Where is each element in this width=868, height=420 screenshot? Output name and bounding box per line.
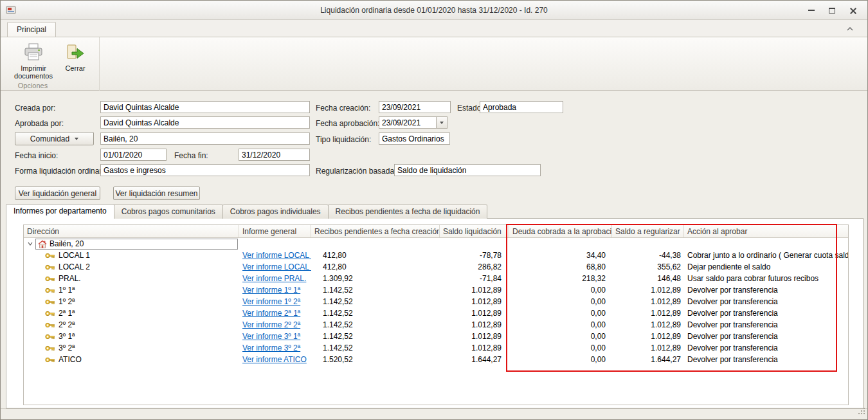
table-row[interactable]: 3º 1ª Ver informe 3º 1ª 1.142,52 1.012,8… xyxy=(24,331,848,342)
expand-chevron-icon[interactable] xyxy=(27,241,33,247)
table-row[interactable]: 2º 2ª Ver informe 2º 2ª 1.142,52 1.012,8… xyxy=(24,319,848,331)
chevron-down-icon xyxy=(75,138,78,140)
ver-informe-link[interactable]: Ver informe LOCAL 1 xyxy=(242,251,311,260)
ver-informe-link[interactable]: Ver informe PRAL. xyxy=(242,274,306,283)
department-label: 3º 1ª xyxy=(59,331,75,342)
column-header-accion-aprobar[interactable]: Acción al aprobar xyxy=(684,225,848,237)
table-row[interactable]: ATICO Ver informe ATICO 1.520,52 1.644,2… xyxy=(24,354,848,365)
department-label: 2º 2ª xyxy=(59,319,75,331)
comunidad-button[interactable]: Comunidad xyxy=(15,132,94,145)
table-row[interactable]: 2ª 1ª Ver informe 2ª 1ª 1.142,52 1.012,8… xyxy=(24,307,848,319)
recibos-pendientes-value: 1.309,92 xyxy=(311,273,440,284)
accion-aprobar-value: Devolver por transferencia xyxy=(684,331,848,342)
tipo-liquidacion-field[interactable] xyxy=(379,132,450,145)
saldo-liquidacion-value: 1.012,89 xyxy=(440,342,509,354)
fecha-inicio-field[interactable] xyxy=(100,149,167,161)
deuda-cobrada-value: 34,40 xyxy=(509,250,612,261)
creada-por-label: Creada por: xyxy=(15,104,55,113)
tab-cobros-pagos-comunitarios[interactable]: Cobros pagos comunitarios xyxy=(114,205,223,219)
ver-informe-link[interactable]: Ver informe ATICO xyxy=(242,355,307,364)
table-row[interactable]: PRAL. Ver informe PRAL. 1.309,92 -71,84 … xyxy=(24,273,848,284)
ribbon-group-label: Opciones xyxy=(3,82,62,89)
table-row[interactable]: 3º 2ª Ver informe 3º 2ª 1.142,52 1.012,8… xyxy=(24,342,848,354)
ver-informe-link[interactable]: Ver informe 2º 2ª xyxy=(242,320,300,329)
forma-liquidacion-field[interactable] xyxy=(100,164,310,176)
saldo-liquidacion-value: 1.012,89 xyxy=(440,296,509,307)
aprobada-por-label: Aprobada por: xyxy=(15,119,64,128)
saldo-regularizar-value: 1.644,27 xyxy=(612,354,684,365)
ver-informe-link[interactable]: Ver informe 1º 2ª xyxy=(242,297,300,306)
column-header-informe-general[interactable]: Informe general xyxy=(239,225,311,237)
column-header-saldo-liquidacion[interactable]: Saldo liquidación xyxy=(440,225,509,237)
cerrar-button[interactable]: Cerrar xyxy=(60,40,91,74)
saldo-regularizar-value: 1.012,89 xyxy=(612,307,684,319)
group-row-bailen[interactable]: Bailén, 20 xyxy=(24,238,848,250)
table-row[interactable]: LOCAL 1 Ver informe LOCAL 1 412,80 -78,7… xyxy=(24,250,848,261)
ver-informe-link[interactable]: Ver informe LOCAL 2 xyxy=(242,262,311,271)
deuda-cobrada-value: 0,00 xyxy=(509,342,612,354)
recibos-pendientes-value: 1.142,52 xyxy=(311,331,440,342)
deuda-cobrada-value: 0,00 xyxy=(509,307,612,319)
ver-informe-link[interactable]: Ver informe 2ª 1ª xyxy=(242,309,300,318)
recibos-pendientes-value: 412,80 xyxy=(311,250,440,261)
restore-button[interactable] xyxy=(824,5,840,16)
fecha-fin-field[interactable] xyxy=(239,149,310,161)
fecha-aprobacion-field[interactable] xyxy=(379,116,437,129)
table-row[interactable]: 1º 1ª Ver informe 1º 1ª 1.142,52 1.012,8… xyxy=(24,284,848,296)
column-header-saldo-regularizar[interactable]: Saldo a regularizar xyxy=(612,225,684,237)
key-icon xyxy=(45,288,55,293)
ver-informe-link[interactable]: Ver informe 3º 2ª xyxy=(242,343,300,352)
resize-grip[interactable] xyxy=(858,406,866,418)
key-icon xyxy=(45,253,55,259)
key-icon xyxy=(45,357,55,363)
departments-table: Dirección Informe general Recibos pendie… xyxy=(23,224,849,405)
ver-liquidacion-general-button[interactable]: Ver liquidación general xyxy=(15,187,100,200)
deuda-cobrada-value: 218,32 xyxy=(509,273,612,284)
fecha-inicio-label: Fecha inicio: xyxy=(15,151,58,160)
saldo-liquidacion-value: 1.012,89 xyxy=(440,331,509,342)
recibos-pendientes-value: 412,80 xyxy=(311,261,440,273)
chevron-up-icon xyxy=(846,26,854,32)
recibos-pendientes-value: 1.142,52 xyxy=(311,319,440,331)
saldo-regularizar-value: 1.012,89 xyxy=(612,284,684,296)
tab-cobros-pagos-individuales[interactable]: Cobros pagos individuales xyxy=(222,205,329,219)
table-row[interactable]: 1º 2ª Ver informe 1º 2ª 1.142,52 1.012,8… xyxy=(24,296,848,307)
regularizacion-field[interactable] xyxy=(394,164,541,176)
key-icon xyxy=(45,264,55,270)
ribbon-group-opciones: Imprimir documentos Cerrar Opciones xyxy=(3,37,100,91)
table-row[interactable]: LOCAL 2 Ver informe LOCAL 2 412,80 286,8… xyxy=(24,261,848,273)
close-button[interactable] xyxy=(844,5,861,16)
tab-recibos-pendientes[interactable]: Recibos pendientes a fecha de liquidació… xyxy=(328,205,488,219)
department-label: ATICO xyxy=(59,354,82,365)
saldo-regularizar-value: -44,38 xyxy=(612,250,684,261)
minimize-button[interactable] xyxy=(803,5,820,16)
recibos-pendientes-value: 1.520,52 xyxy=(311,354,440,365)
comunidad-field[interactable] xyxy=(100,132,310,145)
recibos-pendientes-value: 1.142,52 xyxy=(311,307,440,319)
saldo-liquidacion-value: 1.644,27 xyxy=(440,354,509,365)
fecha-aprobacion-dropdown-button[interactable] xyxy=(437,116,448,129)
estado-field[interactable] xyxy=(480,101,563,113)
recibos-pendientes-value: 1.142,52 xyxy=(311,342,440,354)
imprimir-documentos-button[interactable]: Imprimir documentos xyxy=(12,40,55,82)
creada-por-field[interactable] xyxy=(100,101,310,113)
column-header-direccion[interactable]: Dirección xyxy=(24,225,239,237)
ribbon-tab-principal[interactable]: Principal xyxy=(7,22,56,37)
ver-informe-link[interactable]: Ver informe 3º 1ª xyxy=(242,332,300,341)
fecha-creacion-field[interactable] xyxy=(379,101,451,113)
column-header-deuda-cobrada[interactable]: Deuda cobrada a la aprobación xyxy=(509,225,612,237)
deuda-cobrada-value: 0,00 xyxy=(509,284,612,296)
close-icon xyxy=(849,7,856,14)
saldo-regularizar-value: 1.012,89 xyxy=(612,342,684,354)
column-header-recibos-pendientes[interactable]: Recibos pendientes a fecha creación xyxy=(311,225,440,237)
ribbon-collapse-button[interactable] xyxy=(844,24,856,34)
deuda-cobrada-value: 0,00 xyxy=(509,319,612,331)
saldo-liquidacion-value: 286,82 xyxy=(440,261,509,273)
aprobada-por-field[interactable] xyxy=(100,116,310,129)
department-label: 2ª 1ª xyxy=(59,307,75,319)
ver-informe-link[interactable]: Ver informe 1º 1ª xyxy=(242,286,300,295)
saldo-liquidacion-value: -78,78 xyxy=(440,250,509,261)
ver-liquidacion-resumen-button[interactable]: Ver liquidación resumen xyxy=(113,187,200,200)
accion-aprobar-value: Dejar pendiente el saldo xyxy=(684,261,848,273)
tab-informes-por-departamento[interactable]: Informes por departamento xyxy=(6,204,114,219)
